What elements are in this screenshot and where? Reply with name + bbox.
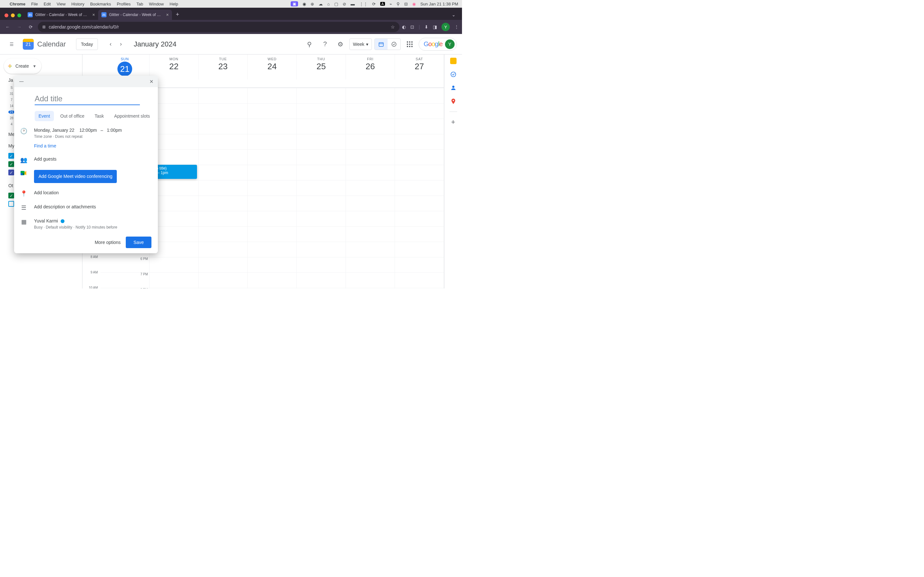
day-header-fri[interactable]: FRI 26 [346,55,395,79]
address-bar[interactable]: ⊞ calendar.google.com/calendar/u/0/r ☆ [38,22,399,32]
contacts-icon[interactable] [450,85,457,91]
site-info-icon[interactable]: ⊞ [42,25,45,29]
back-button[interactable]: ← [3,23,12,31]
forward-button[interactable]: → [15,23,24,31]
browser-tab[interactable]: 21 Glitter - Calendar - Week of J… × [24,10,98,20]
spotlight-icon[interactable]: ⚲ [397,2,400,6]
account-switcher[interactable]: Google Y [419,38,457,51]
create-button[interactable]: + Create ▾ [4,58,41,74]
event-title-input[interactable] [35,93,140,105]
day-column-fri[interactable] [346,88,395,288]
menubar-app-name[interactable]: Chrome [10,2,25,6]
add-guests-field[interactable]: Add guests [34,156,152,163]
save-button[interactable]: Save [126,237,152,248]
side-panel-icon[interactable]: ◨ [433,24,437,29]
add-location-field[interactable]: Add location [34,189,152,196]
status-icon[interactable]: ☁ [318,2,323,6]
tab-event[interactable]: Event [35,111,54,121]
menu-tab[interactable]: Tab [136,2,143,6]
checkbox-icon[interactable]: ✓ [8,153,14,159]
calendar-logo[interactable]: 21 Calendar [22,38,66,51]
view-selector[interactable]: Week ▾ [349,39,372,50]
checkbox-icon[interactable]: ✓ [8,161,14,167]
day-header-wed[interactable]: WED 24 [248,55,297,79]
tab-overflow-icon[interactable]: ⌄ [448,12,459,20]
day-column-tue[interactable] [199,88,248,288]
status-icon[interactable]: ◉ [302,2,306,6]
wifi-icon[interactable]: ⋮⋮ [359,2,368,6]
chrome-menu-icon[interactable]: ⋮ [454,24,459,29]
menu-edit[interactable]: Edit [44,2,51,6]
find-time-link[interactable]: Find a time [34,143,56,148]
downloads-icon[interactable]: ⬇ [425,24,428,29]
clock-icon[interactable]: ⟳ [372,2,376,6]
close-popup-icon[interactable]: × [150,78,153,85]
menu-file[interactable]: File [31,2,38,6]
organizer-row[interactable]: Yuval Karmi Busy · Default visibility · … [34,218,152,230]
add-meet-button[interactable]: Add Google Meet video conferencing [34,170,117,183]
extensions-icon[interactable]: ⊡ [410,24,414,29]
view-toggle[interactable] [375,39,401,50]
tab-appointment-slots[interactable]: Appointment slots [110,111,153,121]
menu-history[interactable]: History [71,2,84,6]
window-controls[interactable] [3,13,24,20]
maps-icon[interactable] [450,98,457,105]
add-panel-icon[interactable]: + [450,119,457,125]
bluetooth-icon[interactable]: ⌁ [389,2,392,6]
main-menu-button[interactable]: ☰ [5,38,18,51]
day-header-thu[interactable]: THU 25 [297,55,346,79]
new-tab-button[interactable]: + [172,11,183,20]
help-icon[interactable]: ? [318,38,331,51]
google-apps-icon[interactable] [403,38,416,51]
profile-avatar[interactable]: Y [441,23,450,31]
event-time-row[interactable]: Monday, January 22 12:00pm – 1:00pm Time… [34,127,152,139]
day-header-tue[interactable]: TUE 23 [199,55,248,79]
menu-view[interactable]: View [57,2,65,6]
close-tab-icon[interactable]: × [166,12,169,17]
day-column-wed[interactable] [248,88,297,288]
extension-icon[interactable]: ◐ [402,24,406,29]
tab-task[interactable]: Task [91,111,108,121]
calendar-view-icon[interactable] [375,39,388,50]
mini-today[interactable]: 21 [8,110,15,114]
menu-window[interactable]: Window [149,2,164,6]
status-icon[interactable]: ⊘ [342,2,346,6]
keep-icon[interactable] [450,58,457,64]
account-avatar[interactable]: Y [445,39,455,49]
prev-period-button[interactable]: ‹ [105,39,116,49]
menubar-clock[interactable]: Sun Jan 21 1:38 PM [420,2,458,6]
svg-rect-8 [21,171,24,173]
control-center-icon[interactable]: ⊟ [404,2,408,6]
status-icon[interactable]: A [380,2,385,6]
day-header-sat[interactable]: SAT 27 [395,55,444,79]
checkbox-icon[interactable] [8,201,14,207]
checkbox-icon[interactable]: ✓ [8,193,14,198]
siri-icon[interactable]: ◉ [412,2,416,6]
browser-tab-active[interactable]: 21 Glitter - Calendar - Week of J… × [98,10,172,20]
add-description-field[interactable]: Add description or attachments [34,203,152,210]
tasks-view-icon[interactable] [388,39,401,50]
drag-handle-icon[interactable]: ⸺ [19,78,25,85]
tab-out-of-office[interactable]: Out of office [57,111,88,121]
status-icon[interactable]: ⊕ [310,2,314,6]
menu-help[interactable]: Help [170,2,178,6]
status-icon[interactable]: ⌂ [327,2,330,6]
status-icon[interactable]: ▢ [334,2,338,6]
screen-share-icon[interactable]: ▣ [291,1,298,6]
search-icon[interactable]: ⚲ [303,38,316,51]
next-period-button[interactable]: › [116,39,126,49]
checkbox-icon[interactable]: ✓ [8,169,14,175]
settings-gear-icon[interactable]: ⚙ [334,38,347,51]
more-options-button[interactable]: More options [89,237,126,248]
today-button[interactable]: Today [76,39,97,50]
close-tab-icon[interactable]: × [92,12,95,17]
day-column-thu[interactable] [297,88,346,288]
menu-profiles[interactable]: Profiles [117,2,131,6]
day-header-mon[interactable]: MON 22 [150,55,199,79]
bookmark-star-icon[interactable]: ☆ [391,24,395,29]
day-column-sat[interactable] [395,88,444,288]
reload-button[interactable]: ⟳ [26,23,35,31]
tasks-icon[interactable] [450,71,457,77]
menu-bookmarks[interactable]: Bookmarks [90,2,111,6]
battery-icon[interactable]: ▬ [351,2,355,6]
